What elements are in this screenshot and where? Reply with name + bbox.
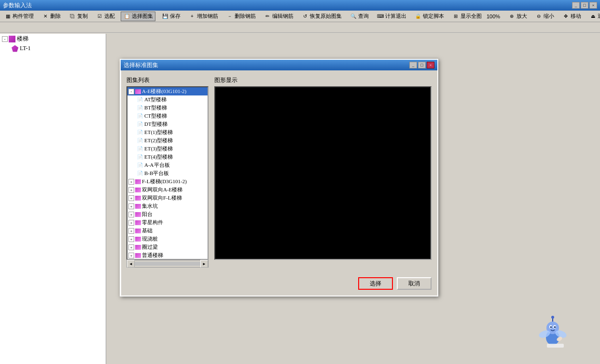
folder-dualmesh-ae-icon — [135, 188, 141, 192]
mascot — [532, 311, 571, 350]
folder-misc-icon — [135, 220, 141, 225]
doc-icon-ct: 📄 — [137, 113, 143, 119]
dialog-select-atlas: 选择标准图集 _ □ × 图集列表 - A-E楼 — [120, 59, 438, 297]
dialog-title-text: 选择标准图集 — [124, 61, 408, 69]
tree-expand-ae[interactable]: - — [128, 89, 134, 94]
dialog-image-panel: 图形显示 — [214, 76, 432, 268]
svg-point-11 — [551, 316, 554, 319]
tree-item-bb[interactable]: 📄 B-B平台板 — [127, 169, 208, 177]
tree-expand-fl[interactable]: + — [128, 179, 134, 185]
doc-icon-bt: 📄 — [137, 105, 143, 110]
tree-item-foundation[interactable]: + 基础 — [127, 227, 208, 235]
title-bar-buttons: _ □ × — [572, 2, 597, 9]
tree-item-misc[interactable]: + 零星构件 — [127, 218, 208, 227]
dialog-select-button[interactable]: 选择 — [358, 277, 393, 290]
tree-item-common-stair[interactable]: + 普通楼梯 — [127, 251, 208, 259]
folder-dualmesh-fl-icon — [135, 196, 141, 201]
hscroll-left-btn[interactable]: ◄ — [127, 260, 135, 268]
tree-item-balcony[interactable]: + 阳台 — [127, 210, 208, 218]
tree-expand-common-stair[interactable]: + — [128, 253, 134, 258]
dialog-cancel-button[interactable]: 取消 — [397, 277, 432, 290]
hscroll-track[interactable] — [135, 262, 200, 266]
hscroll-right-btn[interactable]: ► — [200, 260, 208, 268]
mascot-svg — [532, 311, 571, 350]
dialog-footer: 选择 取消 — [121, 273, 437, 296]
svg-rect-9 — [547, 344, 564, 348]
doc-icon-et3: 📄 — [137, 146, 143, 151]
tree-item-et2[interactable]: 📄 ET(2)型楼梯 — [127, 136, 208, 145]
folder-fl-icon — [135, 179, 141, 184]
folder-sump-icon — [135, 204, 141, 209]
tree-item-cast-pile[interactable]: + 现浇桩 — [127, 235, 208, 243]
dialog-maximize-button[interactable]: □ — [418, 62, 426, 68]
title-minimize-button[interactable]: _ — [572, 2, 580, 9]
doc-icon-dt: 📄 — [137, 121, 143, 127]
folder-ring-beam-icon — [135, 245, 141, 250]
tree-item-sump[interactable]: + 集水坑 — [127, 202, 208, 210]
tree-item-aa[interactable]: 📄 A-A平台板 — [127, 161, 208, 169]
modal-overlay: 选择标准图集 _ □ × 图集列表 - A-E楼 — [0, 11, 600, 364]
dialog-tree-label: 图集列表 — [126, 76, 209, 84]
tree-item-ae-staircase[interactable]: - A-E楼梯(03G101-2) — [127, 87, 208, 95]
tree-item-bt[interactable]: 📄 BT型楼梯 — [127, 104, 208, 112]
tree-expand-dualmesh-fl[interactable]: + — [128, 195, 134, 201]
tree-item-ring-beam[interactable]: + 圈过梁 — [127, 243, 208, 251]
dialog-image-container — [214, 86, 432, 260]
doc-icon-et1: 📄 — [137, 130, 143, 135]
tree-expand-cast-pile[interactable]: + — [128, 236, 134, 242]
tree-expand-sump[interactable]: + — [128, 203, 134, 209]
tree-expand-balcony[interactable]: + — [128, 212, 134, 217]
title-bar-text: 参数输入法 — [3, 1, 572, 10]
tree-item-dualmesh-fl[interactable]: + 双网双向F-L楼梯 — [127, 194, 208, 202]
tree-hscrollbar[interactable]: ◄ ► — [126, 260, 209, 268]
doc-icon-at: 📄 — [137, 97, 143, 102]
tree-item-fl[interactable]: + F-L楼梯(D3G101-2) — [127, 177, 208, 186]
tree-expand-dualmesh-ae[interactable]: + — [128, 187, 134, 193]
tree-item-et1[interactable]: 📄 ET(1)型楼梯 — [127, 128, 208, 136]
title-close-button[interactable]: × — [589, 2, 597, 9]
folder-foundation-icon — [135, 229, 141, 233]
tree-item-ct[interactable]: 📄 CT型楼梯 — [127, 112, 208, 120]
dialog-tree-container[interactable]: - A-E楼梯(03G101-2) 📄 AT型楼梯 📄 BT型楼梯 — [126, 86, 209, 260]
doc-icon-bb: 📄 — [137, 171, 143, 176]
doc-icon-et4: 📄 — [137, 154, 143, 160]
svg-point-5 — [554, 326, 556, 328]
doc-icon-et2: 📄 — [137, 138, 143, 143]
dialog-close-button[interactable]: × — [427, 62, 434, 68]
tree-item-et4[interactable]: 📄 ET(4)型楼梯 — [127, 153, 208, 161]
tree-item-dt[interactable]: 📄 DT型楼梯 — [127, 120, 208, 128]
folder-balcony-icon — [135, 212, 141, 217]
dialog-body: 图集列表 - A-E楼梯(03G101-2) 📄 AT型楼梯 — [121, 70, 437, 273]
svg-point-4 — [550, 326, 552, 328]
tree-item-dualmesh-ae[interactable]: + 双网双向A-E楼梯 — [127, 186, 208, 194]
dialog-tree-panel: 图集列表 - A-E楼梯(03G101-2) 📄 AT型楼梯 — [126, 76, 209, 268]
tree-item-at[interactable]: 📄 AT型楼梯 — [127, 95, 208, 104]
main-area: ▦ 构件管理 ✕ 删除 ⿻ 复制 ☑ 选配 📋 选择图集 💾 保存 + — [0, 11, 600, 364]
tree-item-et3[interactable]: 📄 ET(3)型楼梯 — [127, 145, 208, 153]
title-bar: 参数输入法 _ □ × — [0, 0, 600, 11]
dialog-image-label: 图形显示 — [214, 76, 432, 84]
tree-expand-ring-beam[interactable]: + — [128, 244, 134, 250]
folder-cast-pile-icon — [135, 237, 141, 242]
doc-icon-aa: 📄 — [137, 162, 143, 168]
folder-common-stair-icon — [135, 253, 141, 258]
title-maximize-button[interactable]: □ — [581, 2, 588, 9]
dialog-title-bar: 选择标准图集 _ □ × — [121, 60, 437, 70]
tree-expand-foundation[interactable]: + — [128, 228, 134, 234]
dialog-minimize-button[interactable]: _ — [409, 62, 417, 68]
tree-expand-misc[interactable]: + — [128, 220, 134, 226]
folder-purple-icon — [135, 89, 141, 94]
